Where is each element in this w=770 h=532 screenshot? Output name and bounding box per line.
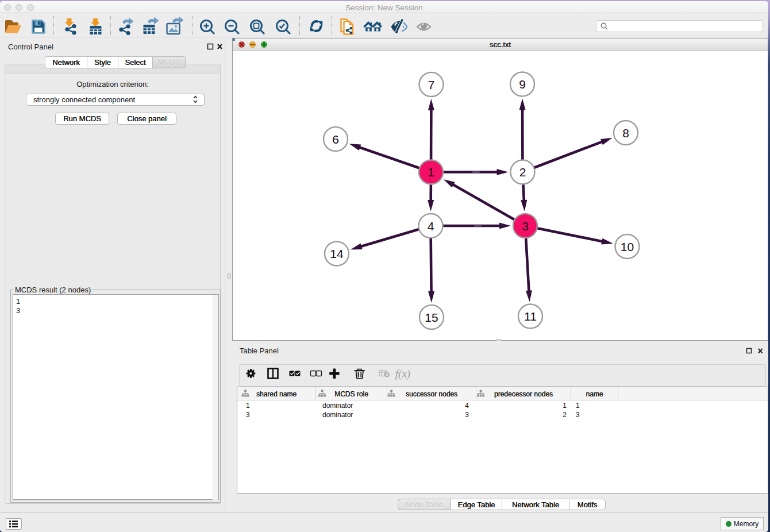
svg-text:11: 11 bbox=[524, 310, 537, 323]
svg-text:9: 9 bbox=[519, 78, 526, 91]
svg-text:4: 4 bbox=[428, 219, 434, 233]
svg-text:f(x): f(x) bbox=[395, 368, 410, 380]
svg-text:15: 15 bbox=[425, 311, 438, 324]
svg-text:7: 7 bbox=[428, 78, 435, 91]
svg-text:14: 14 bbox=[330, 247, 344, 260]
svg-text:10: 10 bbox=[621, 240, 634, 253]
svg-text:8: 8 bbox=[622, 126, 629, 140]
svg-text:2: 2 bbox=[519, 165, 526, 179]
svg-text:6: 6 bbox=[332, 133, 339, 146]
svg-text:3: 3 bbox=[522, 219, 529, 233]
svg-text:1: 1 bbox=[428, 165, 434, 179]
